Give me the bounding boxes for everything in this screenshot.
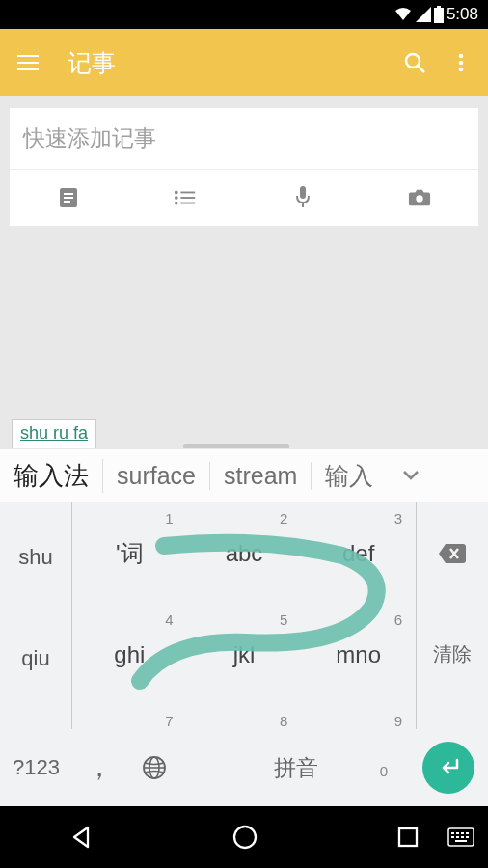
svg-rect-6 xyxy=(64,193,73,195)
svg-rect-24 xyxy=(451,832,454,834)
candidate-item[interactable]: 输入 xyxy=(312,460,387,492)
key-3[interactable]: 3def xyxy=(301,502,416,604)
more-icon[interactable] xyxy=(451,51,471,74)
menu-icon[interactable] xyxy=(17,55,39,70)
space-key[interactable]: 0拼音 xyxy=(183,753,409,783)
svg-rect-31 xyxy=(466,836,469,838)
svg-point-17 xyxy=(417,195,423,202)
back-icon[interactable] xyxy=(68,825,94,850)
note-icon[interactable] xyxy=(57,186,80,209)
svg-point-11 xyxy=(175,196,178,200)
svg-point-4 xyxy=(459,68,464,72)
svg-point-21 xyxy=(234,827,256,848)
svg-rect-29 xyxy=(456,836,459,838)
key-5[interactable]: 5jkl xyxy=(187,604,302,705)
svg-rect-10 xyxy=(181,192,196,194)
content-area xyxy=(0,226,488,414)
svg-rect-32 xyxy=(455,840,467,842)
app-title: 记事 xyxy=(68,47,378,79)
candidate-item[interactable]: surface xyxy=(103,462,210,490)
app-bar: 记事 xyxy=(0,29,488,96)
svg-rect-15 xyxy=(300,186,306,199)
note-toolbar xyxy=(10,170,478,226)
svg-rect-25 xyxy=(456,832,459,834)
keyboard-handle[interactable] xyxy=(183,444,289,448)
svg-line-1 xyxy=(418,66,424,72)
symbols-key[interactable]: ?123 xyxy=(0,755,72,780)
keyboard-icon[interactable] xyxy=(447,827,474,847)
key-1[interactable]: 1'词 xyxy=(72,502,187,604)
svg-rect-12 xyxy=(181,197,196,199)
svg-rect-7 xyxy=(64,197,73,199)
candidate-bar: 输入法 surface stream 输入 xyxy=(0,449,488,502)
svg-rect-28 xyxy=(451,836,454,838)
backspace-key[interactable] xyxy=(417,502,488,604)
svg-rect-30 xyxy=(461,836,464,838)
svg-point-0 xyxy=(406,54,420,68)
key-4[interactable]: 4ghi xyxy=(72,604,187,705)
key-6[interactable]: 6mno xyxy=(301,604,416,705)
battery-icon xyxy=(434,6,444,23)
syllable-key[interactable]: shu xyxy=(0,502,71,604)
svg-point-3 xyxy=(459,61,464,66)
candidate-primary[interactable]: 输入法 xyxy=(0,459,103,493)
note-card: 快速添加记事 xyxy=(10,108,478,226)
svg-point-9 xyxy=(175,191,178,195)
svg-rect-26 xyxy=(461,832,464,834)
nav-bar xyxy=(0,806,488,868)
svg-rect-8 xyxy=(64,201,70,203)
svg-rect-14 xyxy=(181,203,196,204)
bottom-row: ?123 ， 0拼音 xyxy=(0,729,488,806)
status-bar: 5:08 xyxy=(0,0,488,29)
enter-key[interactable] xyxy=(422,742,474,794)
comma-key[interactable]: ， xyxy=(72,749,125,786)
clear-key[interactable]: 清除 xyxy=(417,604,488,705)
svg-point-13 xyxy=(175,202,178,205)
svg-rect-27 xyxy=(466,832,469,834)
globe-key[interactable] xyxy=(125,755,183,780)
syllable-key[interactable]: qiu xyxy=(0,604,71,705)
svg-rect-22 xyxy=(399,828,417,846)
candidate-item[interactable]: stream xyxy=(210,462,312,490)
search-icon[interactable] xyxy=(403,51,426,74)
wifi-icon xyxy=(393,7,413,22)
signal-icon xyxy=(416,7,431,22)
home-icon[interactable] xyxy=(231,824,258,851)
pinyin-preview: shu ru fa xyxy=(12,419,96,448)
svg-point-2 xyxy=(459,54,464,59)
candidate-expand[interactable] xyxy=(387,470,435,481)
list-icon[interactable] xyxy=(174,186,197,209)
status-time: 5:08 xyxy=(447,5,478,24)
note-input[interactable]: 快速添加记事 xyxy=(10,108,478,170)
key-2[interactable]: 2abc xyxy=(187,502,302,604)
mic-icon[interactable] xyxy=(291,186,314,209)
recents-icon[interactable] xyxy=(396,826,420,849)
camera-icon[interactable] xyxy=(408,186,431,209)
